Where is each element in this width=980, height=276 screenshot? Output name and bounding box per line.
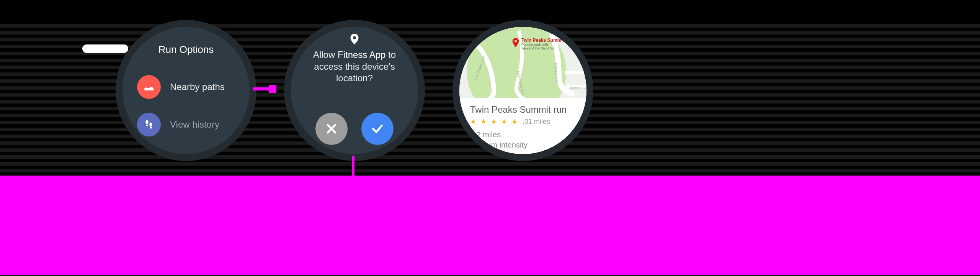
shoe-icon bbox=[137, 75, 161, 99]
flow-connector-1 bbox=[253, 85, 276, 93]
card-distance: 5.2 miles bbox=[470, 130, 576, 140]
close-icon bbox=[325, 122, 338, 135]
background-top bbox=[0, 0, 980, 23]
svg-text:Burnett Ave: Burnett Ave bbox=[570, 86, 586, 90]
svg-point-0 bbox=[145, 120, 149, 124]
watch-permission-dialog: Allow Fitness App to access this device'… bbox=[284, 20, 425, 161]
watch-run-card: Twin Peaks Blvd Twin Peaks Blvd Panorama… bbox=[452, 20, 593, 161]
background-magenta-bar bbox=[0, 176, 980, 275]
check-icon bbox=[371, 122, 384, 135]
screen-title: Run Options bbox=[122, 44, 250, 56]
location-pin-icon bbox=[350, 34, 359, 44]
marker-title: Twin Peaks Summit bbox=[521, 38, 564, 43]
watch-run-options: Run Options Nearby paths View history bbox=[116, 20, 256, 161]
menu-item-label: Nearby paths bbox=[170, 82, 225, 92]
footsteps-icon bbox=[137, 113, 161, 136]
card-distance-small: .01 miles bbox=[523, 118, 550, 126]
svg-point-2 bbox=[149, 122, 152, 127]
menu-item-nearby-paths[interactable]: Nearby paths bbox=[137, 75, 225, 99]
run-card[interactable]: Twin Peaks Summit run ★ ★ ★ ★ ★ .01 mile… bbox=[459, 98, 586, 154]
map-pin-icon bbox=[512, 38, 519, 48]
svg-text:Twin Peaks Blvd: Twin Peaks Blvd bbox=[474, 56, 486, 80]
rating-stars: ★ ★ ★ ★ ★ bbox=[470, 117, 519, 126]
menu-item-view-history[interactable]: View history bbox=[137, 113, 219, 136]
allow-button[interactable] bbox=[361, 113, 394, 145]
card-title: Twin Peaks Summit run bbox=[470, 104, 576, 115]
deny-button[interactable] bbox=[315, 113, 348, 145]
marker-subtitle: views of the Bay Area bbox=[521, 47, 564, 51]
menu-item-label: View history bbox=[170, 119, 219, 130]
svg-point-1 bbox=[146, 125, 148, 126]
permission-prompt: Allow Fitness App to access this device'… bbox=[302, 49, 407, 84]
flow-connector-2 bbox=[352, 156, 354, 176]
svg-point-3 bbox=[150, 127, 152, 128]
prompt-text-pre: Allow bbox=[313, 49, 338, 60]
card-intensity: Medium intensity bbox=[470, 140, 576, 150]
prompt-app-name: Fitness App bbox=[338, 49, 385, 60]
map-marker[interactable]: Twin Peaks Summit Popular park with view… bbox=[512, 38, 564, 51]
